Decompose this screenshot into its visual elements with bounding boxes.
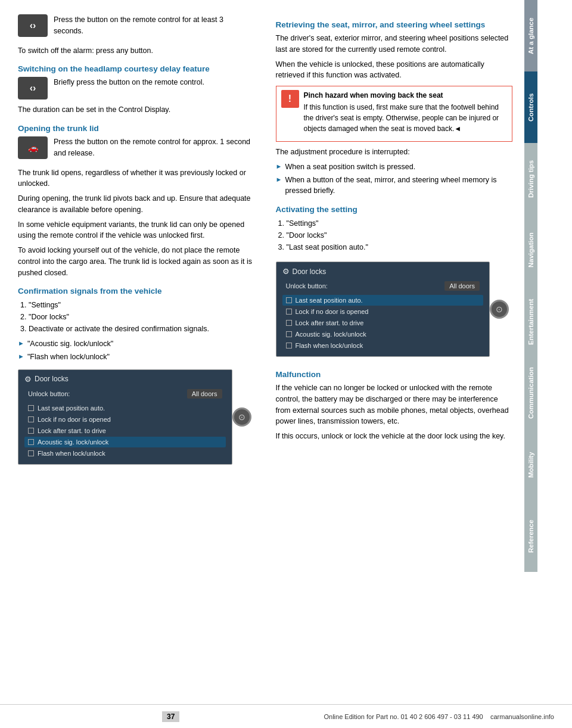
screen2-rows: Last seat position auto.Lock if no door … bbox=[282, 295, 484, 351]
checkbox-icon-4 bbox=[286, 343, 292, 349]
screen-row-0: Last seat position auto. bbox=[24, 403, 226, 413]
headlamp-heading: Switching on the headlamp courtesy delay… bbox=[18, 64, 255, 73]
footer-site: carmanualsonline.info bbox=[490, 713, 554, 720]
screen1-unlock-value: All doors bbox=[187, 389, 222, 399]
checkbox-icon-2 bbox=[286, 320, 292, 326]
screen2: ⚙ Door locks Unlock button: All doors La… bbox=[276, 262, 490, 357]
remote-press-text: Press the button on the remote control f… bbox=[54, 14, 255, 37]
screen-row-label-1: Lock if no door is opened bbox=[296, 308, 480, 315]
confirmation-step-1: "Settings" bbox=[29, 299, 255, 311]
screen2-unlock-row: Unlock button: All doors bbox=[282, 279, 484, 293]
checkbox-icon-4 bbox=[28, 450, 34, 456]
warning-icon: ! bbox=[281, 90, 299, 108]
screen2-gear-icon: ⚙ bbox=[282, 267, 290, 276]
page-footer: 37 Online Edition for Part no. 01 40 2 6… bbox=[0, 704, 572, 728]
activating-step-2: "Door locks" bbox=[287, 229, 513, 241]
page-number: 37 bbox=[162, 711, 179, 722]
screen-row-2: Lock after start. to drive bbox=[282, 318, 484, 328]
confirmation-bullet-2: ► "Flash when lock/unlock" bbox=[18, 351, 255, 363]
malfunction-heading: Malfunction bbox=[276, 370, 513, 379]
screen-row-label-2: Lock after start. to drive bbox=[296, 319, 480, 326]
sidebar: At a glanceControlsDriving tipsNavigatio… bbox=[524, 0, 572, 728]
checkbox-icon-3 bbox=[28, 439, 34, 445]
checkbox-icon-0 bbox=[28, 405, 34, 411]
activating-heading: Activating the setting bbox=[276, 205, 513, 214]
screen-row-label-4: Flash when lock/unlock bbox=[38, 450, 222, 457]
malfunction-para1: If the vehicle can no longer be locked o… bbox=[276, 382, 513, 427]
trunk-icon-box: 🚗 bbox=[18, 136, 48, 159]
trunk-instruction-block: 🚗 Press the button on the remote control… bbox=[18, 136, 255, 163]
retrieve-heading: Retrieving the seat, mirror, and steerin… bbox=[276, 20, 513, 29]
screen1-gear-icon: ⚙ bbox=[24, 375, 32, 384]
warning-title: Pinch hazard when moving back the seat bbox=[304, 90, 508, 101]
checkbox-icon-1 bbox=[286, 309, 292, 315]
retrieve-para1: The driver's seat, exterior mirror, and … bbox=[276, 33, 513, 55]
screen-row-0: Last seat position auto. bbox=[282, 295, 484, 306]
confirmation-bullet-text-1: "Acoustic sig. lock/unlock" bbox=[27, 338, 113, 350]
screen2-container: ⚙ Door locks Unlock button: All doors La… bbox=[276, 257, 513, 362]
sidebar-tab-entertainment[interactable]: Entertainment bbox=[524, 286, 537, 357]
interrupted-text: The adjustment procedure is interrupted: bbox=[276, 147, 513, 158]
activating-step-1: "Settings" bbox=[287, 217, 513, 229]
screen-row-4: Flash when lock/unlock bbox=[282, 340, 484, 351]
screen-row-label-3: Acoustic sig. lock/unlock bbox=[38, 438, 222, 446]
control-knob-left[interactable]: ⊙ bbox=[232, 407, 251, 427]
sidebar-tab-at-a-glance[interactable]: At a glance bbox=[524, 0, 537, 71]
pinch-hazard-warning: ! Pinch hazard when moving back the seat… bbox=[276, 86, 513, 142]
retrieve-bullet-text-1: When a seat position switch is pressed. bbox=[285, 161, 415, 173]
trunk-para4: To avoid locking yourself out of the veh… bbox=[18, 245, 255, 278]
screen1: ⚙ Door locks Unlock button: All doors La… bbox=[18, 369, 232, 465]
sidebar-tab-communication[interactable]: Communication bbox=[524, 357, 537, 429]
screen-row-1: Lock if no door is opened bbox=[282, 306, 484, 317]
remote-arrows-icon: ‹› bbox=[30, 20, 36, 31]
sidebar-tab-mobility[interactable]: Mobility bbox=[524, 429, 537, 500]
retrieve-bullet-1: ► When a seat position switch is pressed… bbox=[276, 161, 513, 173]
headlamp-icon-box: ‹› bbox=[18, 77, 48, 99]
alarm-note: To switch off the alarm: press any butto… bbox=[18, 45, 255, 57]
retrieve-bullet-arrow-1: ► bbox=[276, 163, 282, 170]
screen-row-2: Lock after start. to drive bbox=[24, 425, 226, 436]
screen-row-1: Lock if no door is opened bbox=[24, 414, 226, 425]
confirmation-heading: Confirmation signals from the vehicle bbox=[18, 287, 255, 295]
screen2-title: Door locks bbox=[293, 267, 327, 276]
screen2-title-bar: ⚙ Door locks bbox=[282, 267, 484, 276]
screen1-unlock-label: Unlock button: bbox=[28, 390, 70, 397]
bullet-arrow-icon-1: ► bbox=[18, 340, 24, 347]
sidebar-tabs-container: At a glanceControlsDriving tipsNavigatio… bbox=[524, 0, 572, 572]
activating-step-3: "Last seat position auto." bbox=[287, 241, 513, 253]
headlamp-instruction-text: Briefly press the button on the remote c… bbox=[54, 77, 204, 88]
malfunction-para2: If this occurs, unlock or lock the vehic… bbox=[276, 431, 513, 442]
confirmation-bullet-1: ► "Acoustic sig. lock/unlock" bbox=[18, 338, 255, 350]
remote-icon-box: ‹› bbox=[18, 14, 48, 37]
retrieve-para2: When the vehicle is unlocked, these posi… bbox=[276, 59, 513, 82]
warning-content: Pinch hazard when moving back the seat I… bbox=[304, 90, 508, 138]
screen1-container: ⚙ Door locks Unlock button: All doors La… bbox=[18, 365, 255, 469]
sidebar-tab-navigation[interactable]: Navigation bbox=[524, 214, 537, 286]
confirmation-bullet-text-2: "Flash when lock/unlock" bbox=[27, 351, 110, 363]
screen1-title-bar: ⚙ Door locks bbox=[24, 375, 226, 384]
retrieve-bullet-2: ► When a button of the seat, mirror, and… bbox=[276, 175, 513, 197]
activating-steps-list: "Settings" "Door locks" "Last seat posit… bbox=[287, 217, 513, 253]
checkbox-icon-0 bbox=[286, 297, 292, 303]
bullet-arrow-icon-2: ► bbox=[18, 353, 24, 360]
confirmation-steps-list: "Settings" "Door locks" Deactivate or ac… bbox=[29, 299, 255, 335]
trunk-para1: The trunk lid opens, regardless of wheth… bbox=[18, 167, 255, 190]
headlamp-instruction-block: ‹› Briefly press the button on the remot… bbox=[18, 77, 255, 99]
warning-text: If this function is used, first make sur… bbox=[304, 102, 508, 134]
sidebar-tab-reference[interactable]: Reference bbox=[524, 500, 537, 572]
screen-row-label-4: Flash when lock/unlock bbox=[296, 342, 480, 349]
screen-row-label-2: Lock after start. to drive bbox=[38, 427, 222, 434]
screen-row-label-0: Last seat position auto. bbox=[296, 297, 480, 304]
sidebar-tab-driving-tips[interactable]: Driving tips bbox=[524, 143, 537, 214]
checkbox-icon-1 bbox=[28, 416, 34, 422]
sidebar-tab-controls[interactable]: Controls bbox=[524, 71, 537, 143]
control-knob-right[interactable]: ⊙ bbox=[490, 300, 509, 319]
headlamp-remote-icon: ‹› bbox=[30, 83, 36, 94]
checkbox-icon-2 bbox=[28, 428, 34, 434]
retrieve-bullet-arrow-2: ► bbox=[276, 176, 282, 183]
screen1-unlock-row: Unlock button: All doors bbox=[24, 387, 226, 400]
trunk-instruction-text: Press the button on the remote control f… bbox=[54, 136, 255, 159]
screen2-unlock-label: Unlock button: bbox=[286, 282, 328, 290]
footer-edition: Online Edition for Part no. 01 40 2 606 … bbox=[324, 713, 554, 720]
screen1-rows: Last seat position auto.Lock if no door … bbox=[24, 403, 226, 459]
